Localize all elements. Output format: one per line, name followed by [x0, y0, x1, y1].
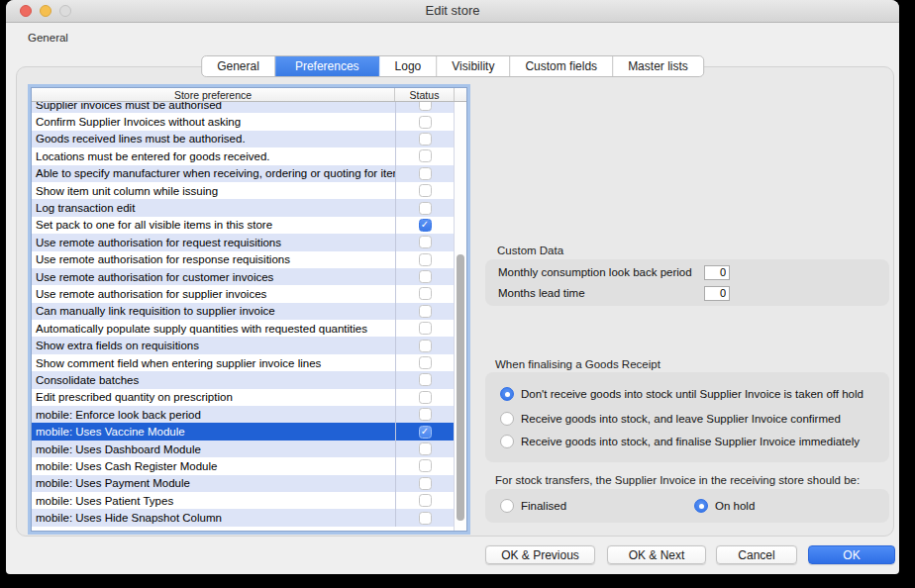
preference-label: mobile: Uses Vaccine Module [32, 423, 395, 440]
table-scrollbar[interactable] [454, 102, 466, 531]
number-input[interactable] [704, 265, 730, 280]
stock-transfer-groupbox: Finalised On hold [485, 489, 889, 523]
tab[interactable]: Preferences [275, 56, 380, 76]
radio-button-icon[interactable] [694, 499, 708, 513]
status-checkbox[interactable]: ✓ [419, 202, 432, 215]
table-row[interactable]: Set pack to one for all visible items in… [32, 217, 454, 234]
status-checkbox[interactable]: ✓ [419, 373, 432, 386]
preference-label: Use remote authorisation for response re… [32, 251, 395, 268]
preference-label: Show item unit column while issuing [32, 182, 395, 199]
status-checkbox[interactable]: ✓ [419, 236, 432, 248]
status-checkbox[interactable]: ✓ [419, 408, 432, 421]
title-bar: Edit store [6, 0, 899, 23]
table-row[interactable]: Confirm Supplier Invoices without asking… [32, 113, 454, 130]
radio-button-icon[interactable] [500, 499, 514, 513]
status-checkbox[interactable]: ✓ [419, 270, 432, 283]
table-row[interactable]: Goods received lines must be authorised.… [32, 131, 454, 147]
status-checkbox[interactable]: ✓ [419, 149, 432, 162]
status-checkbox[interactable]: ✓ [419, 253, 432, 266]
radio-option[interactable]: Receive goods into stock, and leave Supp… [500, 412, 841, 426]
status-checkbox[interactable]: ✓ [419, 184, 432, 197]
table-row[interactable]: Locations must be entered for goods rece… [32, 147, 454, 164]
status-checkbox[interactable]: ✓ [419, 340, 432, 352]
tab[interactable]: Custom fields [510, 56, 613, 76]
table-row[interactable]: Can manually link requisition to supplie… [32, 303, 454, 320]
status-checkbox[interactable]: ✓ [419, 494, 432, 507]
preference-label: Can manually link requisition to supplie… [32, 303, 395, 320]
preference-label: Locations must be entered for goods rece… [32, 147, 395, 164]
column-header-store-preference[interactable]: Store preference [32, 88, 395, 101]
status-cell: ✓ [395, 492, 454, 509]
status-cell: ✓ [395, 441, 454, 457]
status-checkbox[interactable]: ✓ [419, 512, 432, 525]
radio-button-icon[interactable] [500, 435, 514, 448]
status-checkbox[interactable]: ✓ [419, 305, 432, 318]
status-checkbox[interactable]: ✓ [419, 459, 432, 472]
status-cell: ✓ [395, 337, 454, 353]
status-cell: ✓ [395, 199, 454, 216]
check-icon: ✓ [421, 220, 429, 230]
footer-button[interactable]: OK & Previous [485, 545, 595, 564]
tab[interactable]: Master lists [613, 56, 703, 76]
preference-label: Show extra fields on requisitions [32, 337, 395, 353]
radio-label: Finalised [521, 500, 566, 512]
table-row[interactable]: mobile: Uses Hide Snapshot Column ✓ [32, 509, 454, 526]
footer-button[interactable]: OK & Next [607, 545, 706, 564]
status-checkbox[interactable]: ✓ [419, 426, 432, 439]
table-row[interactable]: Edit prescribed quantity on prescription… [32, 389, 454, 406]
preference-label: Able to specify manufacturer when receiv… [32, 165, 395, 182]
status-checkbox[interactable]: ✓ [419, 219, 432, 232]
status-checkbox[interactable]: ✓ [419, 167, 432, 180]
status-checkbox[interactable]: ✓ [419, 391, 432, 404]
table-row[interactable]: Log transaction edit ✓ [32, 199, 454, 216]
radio-option[interactable]: Receive goods into stock, and finalise S… [500, 435, 860, 448]
radio-option[interactable]: Don't receive goods into stock until Sup… [500, 387, 864, 401]
status-checkbox[interactable]: ✓ [419, 287, 432, 300]
status-cell: ✓ [395, 320, 454, 337]
table-row[interactable]: Show item unit column while issuing ✓ [32, 182, 454, 199]
table-row[interactable]: mobile: Uses Vaccine Module ✓ [32, 423, 454, 440]
tab[interactable]: Visibility [437, 56, 510, 76]
status-checkbox[interactable]: ✓ [419, 116, 432, 129]
table-row[interactable]: mobile: Enforce look back period ✓ [32, 406, 454, 423]
table-row[interactable]: mobile: Uses Patient Types ✓ [32, 492, 454, 509]
table-row[interactable]: Show extra fields on requisitions ✓ [32, 337, 454, 353]
table-row[interactable]: Automatically populate supply quantities… [32, 320, 454, 337]
radio-button-icon[interactable] [500, 387, 514, 401]
footer-button[interactable]: Cancel [716, 545, 797, 564]
stock-transfer-title: For stock transfers, the Supplier Invoic… [495, 474, 860, 486]
table-row[interactable]: Use remote authorisation for supplier in… [32, 285, 454, 302]
custom-data-field: Months lead time [498, 285, 585, 301]
table-row[interactable]: Able to specify manufacturer when receiv… [32, 165, 454, 182]
preference-label: mobile: Uses Hide Snapshot Column [32, 509, 395, 526]
status-checkbox[interactable]: ✓ [419, 322, 432, 335]
preference-label: Consolidate batches [32, 371, 395, 388]
table-row[interactable]: Supplier invoices must be authorised ✓ [32, 102, 454, 113]
status-checkbox[interactable]: ✓ [419, 133, 432, 146]
table-row[interactable]: Use remote authorisation for customer in… [32, 268, 454, 285]
status-cell: ✓ [395, 423, 454, 440]
radio-option[interactable]: On hold [694, 499, 755, 513]
table-row[interactable]: Use remote authorisation for request req… [32, 234, 454, 250]
status-checkbox[interactable]: ✓ [419, 102, 432, 111]
footer-button[interactable]: OK [808, 545, 895, 564]
radio-button-icon[interactable] [500, 412, 514, 426]
footer-button-bar: OK & Previous OK & Next Cancel OK [6, 545, 899, 565]
preference-label: mobile: Uses Patient Types [32, 492, 395, 509]
status-checkbox[interactable]: ✓ [419, 442, 432, 455]
table-row[interactable]: mobile: Uses Dashboard Module ✓ [32, 441, 454, 457]
tab[interactable]: General [202, 56, 275, 76]
status-checkbox[interactable]: ✓ [419, 477, 432, 490]
scrollbar-thumb[interactable] [457, 254, 464, 521]
table-row[interactable]: mobile: Uses Cash Register Module ✓ [32, 457, 454, 474]
tab[interactable]: Logo [380, 56, 438, 76]
status-checkbox[interactable]: ✓ [419, 356, 432, 369]
radio-label: Receive goods into stock, and leave Supp… [521, 413, 841, 425]
table-row[interactable]: mobile: Uses Payment Module ✓ [32, 475, 454, 492]
table-row[interactable]: Use remote authorisation for response re… [32, 251, 454, 268]
number-input[interactable] [704, 286, 730, 301]
table-row[interactable]: Show comment field when entering supplie… [32, 354, 454, 371]
table-row[interactable]: Consolidate batches ✓ [32, 371, 454, 388]
column-header-status[interactable]: Status [395, 88, 455, 101]
radio-option[interactable]: Finalised [500, 499, 566, 513]
